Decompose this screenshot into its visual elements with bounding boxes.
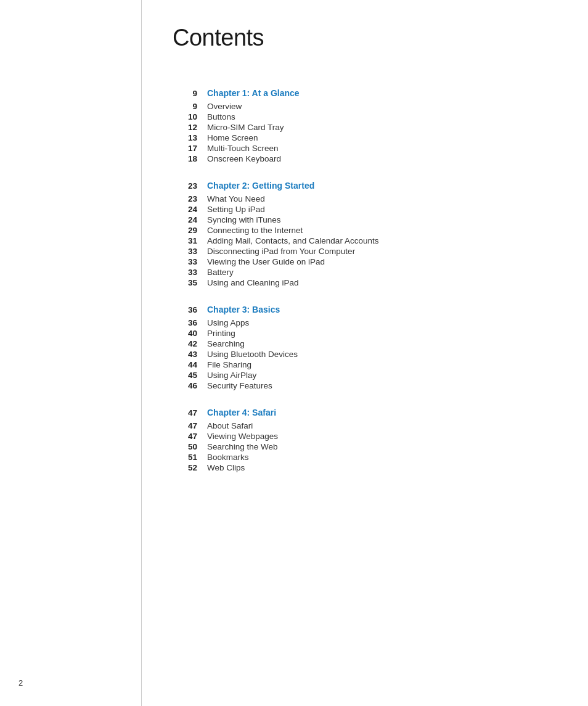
entry-text: Disconnecting iPad from Your Computer <box>207 247 355 256</box>
entry-page-number: 33 <box>173 257 197 266</box>
entry-page-number: 35 <box>173 278 197 287</box>
entry-page-number: 10 <box>173 112 197 121</box>
chapter-section-2: 23Chapter 2: Getting Started23What You N… <box>173 181 557 287</box>
toc-entry: 45Using AirPlay <box>173 371 557 380</box>
chapter-section-4: 47Chapter 4: Safari47About Safari47Viewi… <box>173 408 557 472</box>
entry-page-number: 36 <box>173 318 197 327</box>
entry-text: Micro-SIM Card Tray <box>207 123 284 132</box>
chapter-title-1[interactable]: Chapter 1: At a Glance <box>207 88 300 98</box>
entry-text: About Safari <box>207 421 253 430</box>
entry-page-number: 51 <box>173 453 197 462</box>
entry-page-number: 24 <box>173 215 197 224</box>
entry-text: File Sharing <box>207 360 251 369</box>
entry-text: Using and Cleaning iPad <box>207 278 299 287</box>
chapter-number-4: 47 <box>173 408 197 417</box>
entry-page-number: 29 <box>173 226 197 235</box>
entry-page-number: 31 <box>173 236 197 245</box>
page-title: Contents <box>173 25 557 51</box>
entry-page-number: 46 <box>173 381 197 390</box>
entry-page-number: 47 <box>173 421 197 430</box>
main-content: Contents 9Chapter 1: At a Glance9Overvie… <box>142 0 588 706</box>
chapter-number-3: 36 <box>173 305 197 314</box>
chapter-section-3: 36Chapter 3: Basics36Using Apps40Printin… <box>173 305 557 390</box>
entry-page-number: 13 <box>173 133 197 142</box>
toc-entry: 33Battery <box>173 268 557 277</box>
toc-entry: 47Viewing Webpages <box>173 432 557 441</box>
entry-text: Using AirPlay <box>207 371 256 380</box>
toc-entry: 18Onscreen Keyboard <box>173 154 557 163</box>
entry-text: Viewing the User Guide on iPad <box>207 257 325 266</box>
entry-text: Battery <box>207 268 234 277</box>
entry-page-number: 23 <box>173 194 197 203</box>
entry-text: Buttons <box>207 112 235 121</box>
entry-page-number: 43 <box>173 350 197 359</box>
toc-entry: 12Micro-SIM Card Tray <box>173 123 557 132</box>
toc-entry: 24Syncing with iTunes <box>173 215 557 224</box>
entry-page-number: 33 <box>173 247 197 256</box>
toc-entry: 31Adding Mail, Contacts, and Calendar Ac… <box>173 236 557 245</box>
entry-page-number: 50 <box>173 442 197 451</box>
toc-entry: 33Disconnecting iPad from Your Computer <box>173 247 557 256</box>
toc-entry: 52Web Clips <box>173 463 557 472</box>
toc-entry: 23What You Need <box>173 194 557 203</box>
toc-entry: 43Using Bluetooth Devices <box>173 350 557 359</box>
chapter-heading-2: 23Chapter 2: Getting Started <box>173 181 557 191</box>
toc-entry: 35Using and Cleaning iPad <box>173 278 557 287</box>
toc-entry: 50Searching the Web <box>173 442 557 451</box>
toc-entry: 13Home Screen <box>173 133 557 142</box>
entry-text: Security Features <box>207 381 272 390</box>
page-number: 2 <box>18 678 23 688</box>
entry-page-number: 45 <box>173 371 197 380</box>
entry-page-number: 42 <box>173 339 197 348</box>
entry-text: Using Apps <box>207 318 249 327</box>
entry-page-number: 24 <box>173 205 197 214</box>
toc-entry: 44File Sharing <box>173 360 557 369</box>
entry-text: Searching the Web <box>207 442 278 451</box>
entry-text: What You Need <box>207 194 265 203</box>
vertical-line <box>141 0 142 706</box>
entry-text: Overview <box>207 102 242 111</box>
toc-entry: 47About Safari <box>173 421 557 430</box>
entry-page-number: 40 <box>173 329 197 338</box>
chapter-heading-1: 9Chapter 1: At a Glance <box>173 88 557 98</box>
toc-entry: 17Multi-Touch Screen <box>173 144 557 153</box>
toc-entry: 42Searching <box>173 339 557 348</box>
entry-page-number: 47 <box>173 432 197 441</box>
toc-sections: 9Chapter 1: At a Glance9Overview10Button… <box>173 88 557 472</box>
page-container: 2 Contents 9Chapter 1: At a Glance9Overv… <box>0 0 588 706</box>
chapter-title-3[interactable]: Chapter 3: Basics <box>207 305 280 314</box>
entry-text: Web Clips <box>207 463 245 472</box>
entry-text: Printing <box>207 329 235 338</box>
chapter-title-4[interactable]: Chapter 4: Safari <box>207 408 276 417</box>
toc-entry: 40Printing <box>173 329 557 338</box>
left-margin: 2 <box>0 0 142 706</box>
chapter-title-2[interactable]: Chapter 2: Getting Started <box>207 181 314 191</box>
toc-entry: 33Viewing the User Guide on iPad <box>173 257 557 266</box>
toc-entry: 10Buttons <box>173 112 557 121</box>
toc-entry: 51Bookmarks <box>173 453 557 462</box>
entry-text: Searching <box>207 339 245 348</box>
chapter-heading-3: 36Chapter 3: Basics <box>173 305 557 314</box>
chapter-section-1: 9Chapter 1: At a Glance9Overview10Button… <box>173 88 557 163</box>
entry-page-number: 17 <box>173 144 197 153</box>
entry-text: Setting Up iPad <box>207 205 265 214</box>
entry-page-number: 12 <box>173 123 197 132</box>
entry-page-number: 44 <box>173 360 197 369</box>
toc-entry: 24Setting Up iPad <box>173 205 557 214</box>
entry-page-number: 9 <box>173 102 197 111</box>
entry-page-number: 52 <box>173 463 197 472</box>
entry-text: Onscreen Keyboard <box>207 154 281 163</box>
chapter-heading-4: 47Chapter 4: Safari <box>173 408 557 417</box>
entry-text: Syncing with iTunes <box>207 215 281 224</box>
toc-entry: 46Security Features <box>173 381 557 390</box>
toc-entry: 36Using Apps <box>173 318 557 327</box>
chapter-number-1: 9 <box>173 89 197 98</box>
entry-text: Multi-Touch Screen <box>207 144 279 153</box>
chapter-number-2: 23 <box>173 181 197 191</box>
toc-entry: 9Overview <box>173 102 557 111</box>
entry-page-number: 18 <box>173 154 197 163</box>
entry-text: Using Bluetooth Devices <box>207 350 298 359</box>
entry-text: Connecting to the Internet <box>207 226 303 235</box>
entry-text: Bookmarks <box>207 453 249 462</box>
entry-text: Viewing Webpages <box>207 432 278 441</box>
